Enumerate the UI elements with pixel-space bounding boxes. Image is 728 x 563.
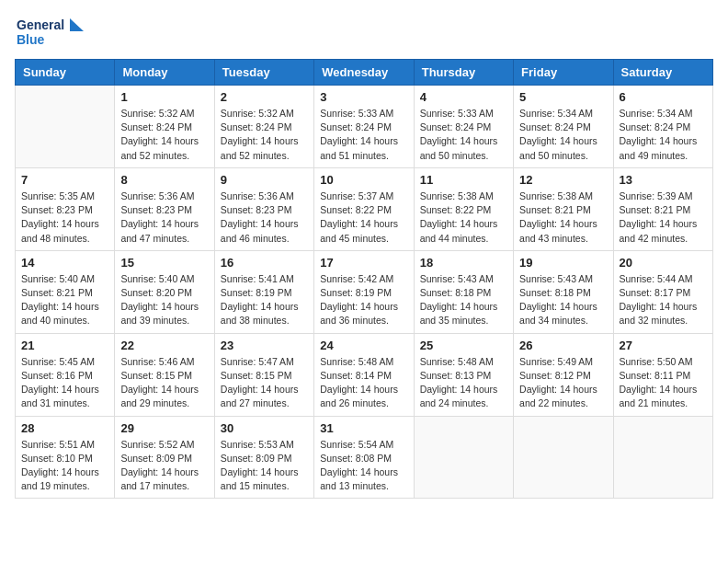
calendar-cell: 3Sunrise: 5:33 AM Sunset: 8:24 PM Daylig… xyxy=(314,86,414,168)
week-row-1: 1Sunrise: 5:32 AM Sunset: 8:24 PM Daylig… xyxy=(16,86,713,168)
calendar-cell: 16Sunrise: 5:41 AM Sunset: 8:19 PM Dayli… xyxy=(214,250,313,333)
calendar-cell: 8Sunrise: 5:36 AM Sunset: 8:23 PM Daylig… xyxy=(115,167,214,250)
calendar-cell xyxy=(414,416,513,499)
day-number: 30 xyxy=(221,421,308,435)
day-number: 8 xyxy=(120,173,208,187)
day-number: 14 xyxy=(21,256,108,270)
day-number: 9 xyxy=(221,173,308,187)
week-row-4: 21Sunrise: 5:45 AM Sunset: 8:16 PM Dayli… xyxy=(16,333,713,416)
svg-text:General: General xyxy=(17,17,64,32)
day-number: 21 xyxy=(21,339,108,352)
calendar-cell: 27Sunrise: 5:50 AM Sunset: 8:11 PM Dayli… xyxy=(613,333,712,416)
svg-marker-2 xyxy=(70,18,84,31)
day-number: 10 xyxy=(320,173,407,187)
calendar-cell: 25Sunrise: 5:48 AM Sunset: 8:13 PM Dayli… xyxy=(414,333,513,416)
week-row-3: 14Sunrise: 5:40 AM Sunset: 8:21 PM Dayli… xyxy=(16,250,713,333)
day-info: Sunrise: 5:36 AM Sunset: 8:23 PM Dayligh… xyxy=(221,190,308,246)
calendar-cell: 28Sunrise: 5:51 AM Sunset: 8:10 PM Dayli… xyxy=(16,416,115,499)
logo-icon: GeneralBlue xyxy=(15,15,88,52)
calendar-cell: 22Sunrise: 5:46 AM Sunset: 8:15 PM Dayli… xyxy=(115,333,214,416)
day-info: Sunrise: 5:32 AM Sunset: 8:24 PM Dayligh… xyxy=(120,107,208,163)
day-info: Sunrise: 5:41 AM Sunset: 8:19 PM Dayligh… xyxy=(221,272,308,328)
day-number: 13 xyxy=(620,173,707,187)
day-info: Sunrise: 5:39 AM Sunset: 8:21 PM Dayligh… xyxy=(620,190,707,246)
calendar-cell: 2Sunrise: 5:32 AM Sunset: 8:24 PM Daylig… xyxy=(214,86,313,168)
weekday-header-wednesday: Wednesday xyxy=(314,60,414,86)
calendar-cell: 31Sunrise: 5:54 AM Sunset: 8:08 PM Dayli… xyxy=(314,416,414,499)
day-number: 19 xyxy=(519,256,607,270)
calendar-cell: 7Sunrise: 5:35 AM Sunset: 8:23 PM Daylig… xyxy=(16,167,115,250)
day-info: Sunrise: 5:48 AM Sunset: 8:13 PM Dayligh… xyxy=(420,355,507,411)
week-row-2: 7Sunrise: 5:35 AM Sunset: 8:23 PM Daylig… xyxy=(16,167,713,250)
day-info: Sunrise: 5:47 AM Sunset: 8:15 PM Dayligh… xyxy=(221,355,308,411)
calendar-cell: 12Sunrise: 5:38 AM Sunset: 8:21 PM Dayli… xyxy=(514,167,613,250)
day-info: Sunrise: 5:43 AM Sunset: 8:18 PM Dayligh… xyxy=(519,272,607,328)
calendar-cell: 15Sunrise: 5:40 AM Sunset: 8:20 PM Dayli… xyxy=(115,250,214,333)
calendar-cell: 30Sunrise: 5:53 AM Sunset: 8:09 PM Dayli… xyxy=(214,416,313,499)
calendar-cell: 20Sunrise: 5:44 AM Sunset: 8:17 PM Dayli… xyxy=(613,250,712,333)
day-number: 26 xyxy=(519,339,607,352)
day-number: 27 xyxy=(620,339,707,352)
logo: GeneralBlue xyxy=(15,15,88,52)
day-number: 5 xyxy=(519,90,607,104)
day-info: Sunrise: 5:42 AM Sunset: 8:19 PM Dayligh… xyxy=(320,272,407,328)
day-number: 11 xyxy=(420,173,507,187)
calendar-cell: 11Sunrise: 5:38 AM Sunset: 8:22 PM Dayli… xyxy=(414,167,513,250)
day-number: 2 xyxy=(221,90,308,104)
day-info: Sunrise: 5:38 AM Sunset: 8:22 PM Dayligh… xyxy=(420,190,507,246)
day-info: Sunrise: 5:34 AM Sunset: 8:24 PM Dayligh… xyxy=(519,107,607,163)
calendar-cell: 23Sunrise: 5:47 AM Sunset: 8:15 PM Dayli… xyxy=(214,333,313,416)
day-number: 25 xyxy=(420,339,507,352)
calendar-cell xyxy=(613,416,712,499)
calendar-cell: 24Sunrise: 5:48 AM Sunset: 8:14 PM Dayli… xyxy=(314,333,414,416)
calendar-cell xyxy=(514,416,613,499)
svg-text:Blue: Blue xyxy=(17,32,45,47)
weekday-header-row: SundayMondayTuesdayWednesdayThursdayFrid… xyxy=(16,60,713,86)
weekday-header-friday: Friday xyxy=(514,60,613,86)
weekday-header-sunday: Sunday xyxy=(16,60,115,86)
day-info: Sunrise: 5:46 AM Sunset: 8:15 PM Dayligh… xyxy=(120,355,208,411)
day-info: Sunrise: 5:50 AM Sunset: 8:11 PM Dayligh… xyxy=(620,355,707,411)
weekday-header-thursday: Thursday xyxy=(414,60,513,86)
day-info: Sunrise: 5:35 AM Sunset: 8:23 PM Dayligh… xyxy=(21,190,108,246)
day-number: 6 xyxy=(620,90,707,104)
day-number: 29 xyxy=(120,421,208,435)
day-info: Sunrise: 5:33 AM Sunset: 8:24 PM Dayligh… xyxy=(320,107,407,163)
day-number: 16 xyxy=(221,256,308,270)
day-info: Sunrise: 5:37 AM Sunset: 8:22 PM Dayligh… xyxy=(320,190,407,246)
day-number: 15 xyxy=(120,256,208,270)
weekday-header-monday: Monday xyxy=(115,60,214,86)
day-info: Sunrise: 5:40 AM Sunset: 8:20 PM Dayligh… xyxy=(120,272,208,328)
day-info: Sunrise: 5:43 AM Sunset: 8:18 PM Dayligh… xyxy=(420,272,507,328)
calendar-cell xyxy=(16,86,115,168)
day-info: Sunrise: 5:48 AM Sunset: 8:14 PM Dayligh… xyxy=(320,355,407,411)
calendar-cell: 18Sunrise: 5:43 AM Sunset: 8:18 PM Dayli… xyxy=(414,250,513,333)
day-info: Sunrise: 5:40 AM Sunset: 8:21 PM Dayligh… xyxy=(21,272,108,328)
week-row-5: 28Sunrise: 5:51 AM Sunset: 8:10 PM Dayli… xyxy=(16,416,713,499)
day-info: Sunrise: 5:52 AM Sunset: 8:09 PM Dayligh… xyxy=(120,438,208,494)
day-info: Sunrise: 5:44 AM Sunset: 8:17 PM Dayligh… xyxy=(620,272,707,328)
day-number: 1 xyxy=(120,90,208,104)
day-info: Sunrise: 5:54 AM Sunset: 8:08 PM Dayligh… xyxy=(320,438,407,494)
day-number: 24 xyxy=(320,339,407,352)
calendar-table: SundayMondayTuesdayWednesdayThursdayFrid… xyxy=(15,59,713,499)
calendar-cell: 1Sunrise: 5:32 AM Sunset: 8:24 PM Daylig… xyxy=(115,86,214,168)
calendar-cell: 26Sunrise: 5:49 AM Sunset: 8:12 PM Dayli… xyxy=(514,333,613,416)
day-number: 31 xyxy=(320,421,407,435)
calendar-cell: 14Sunrise: 5:40 AM Sunset: 8:21 PM Dayli… xyxy=(16,250,115,333)
day-number: 4 xyxy=(420,90,507,104)
page-header: GeneralBlue xyxy=(15,15,713,52)
day-number: 23 xyxy=(221,339,308,352)
calendar-cell: 5Sunrise: 5:34 AM Sunset: 8:24 PM Daylig… xyxy=(514,86,613,168)
day-number: 12 xyxy=(519,173,607,187)
calendar-cell: 17Sunrise: 5:42 AM Sunset: 8:19 PM Dayli… xyxy=(314,250,414,333)
day-number: 20 xyxy=(620,256,707,270)
day-number: 17 xyxy=(320,256,407,270)
calendar-cell: 9Sunrise: 5:36 AM Sunset: 8:23 PM Daylig… xyxy=(214,167,313,250)
day-number: 28 xyxy=(21,421,108,435)
day-number: 7 xyxy=(21,173,108,187)
calendar-cell: 4Sunrise: 5:33 AM Sunset: 8:24 PM Daylig… xyxy=(414,86,513,168)
calendar-cell: 19Sunrise: 5:43 AM Sunset: 8:18 PM Dayli… xyxy=(514,250,613,333)
calendar-cell: 10Sunrise: 5:37 AM Sunset: 8:22 PM Dayli… xyxy=(314,167,414,250)
day-number: 18 xyxy=(420,256,507,270)
